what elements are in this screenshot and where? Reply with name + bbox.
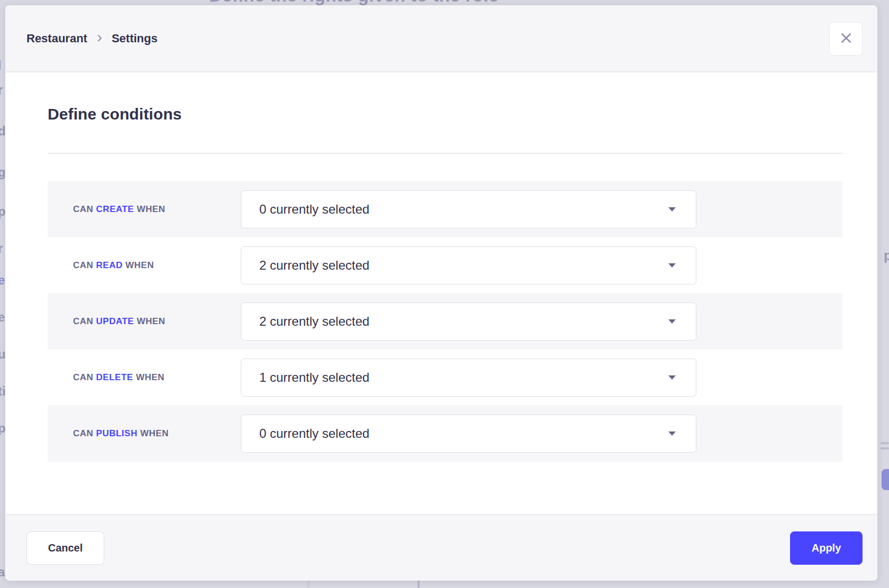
backdrop-heading-fragment: Define the rights given to the role xyxy=(209,0,685,5)
modal-body: Define conditions CAN CREATE WHEN 0 curr… xyxy=(5,72,877,514)
condition-label-publish: CAN PUBLISH WHEN xyxy=(48,428,169,439)
condition-label-create: CAN CREATE WHEN xyxy=(48,204,165,215)
action-name-delete: DELETE xyxy=(96,372,133,382)
condition-row-read: CAN READ WHEN 2 currently selected xyxy=(48,237,842,293)
apply-button[interactable]: Apply xyxy=(790,531,863,565)
condition-label-update: CAN UPDATE WHEN xyxy=(48,316,165,327)
select-value: 2 currently selected xyxy=(259,258,369,273)
breadcrumb-item-settings: Settings xyxy=(112,32,158,45)
breadcrumb: Restaurant › Settings xyxy=(26,31,158,46)
delete-conditions-select[interactable]: 1 currently selected xyxy=(241,359,696,397)
cancel-button[interactable]: Cancel xyxy=(26,531,104,565)
define-conditions-modal: Restaurant › Settings Define conditions … xyxy=(5,5,877,581)
condition-row-publish: CAN PUBLISH WHEN 0 currently selected xyxy=(48,406,842,462)
action-name-create: CREATE xyxy=(96,204,134,214)
update-conditions-select[interactable]: 2 currently selected xyxy=(241,302,696,341)
divider xyxy=(48,153,842,154)
publish-conditions-select[interactable]: 0 currently selected xyxy=(241,415,696,453)
action-name-update: UPDATE xyxy=(96,316,134,326)
page-title: Define conditions xyxy=(48,105,842,123)
condition-row-delete: CAN DELETE WHEN 1 currently selected xyxy=(48,350,842,406)
chevron-down-icon xyxy=(668,319,676,324)
read-conditions-select[interactable]: 2 currently selected xyxy=(241,246,696,284)
backdrop-grid-line xyxy=(307,581,310,588)
chevron-down-icon xyxy=(668,375,676,380)
chevron-down-icon xyxy=(668,207,676,212)
breadcrumb-item-restaurant: Restaurant xyxy=(26,32,87,45)
action-name-publish: PUBLISH xyxy=(96,428,138,438)
chevron-down-icon xyxy=(668,431,676,436)
condition-label-delete: CAN DELETE WHEN xyxy=(48,372,165,383)
modal-footer: Cancel Apply xyxy=(5,514,877,581)
backdrop-text-fragment: e xyxy=(0,274,5,287)
action-name-read: READ xyxy=(96,260,123,270)
condition-row-update: CAN UPDATE WHEN 2 currently selected xyxy=(48,293,842,350)
backdrop-text-fragment: l xyxy=(0,59,2,72)
backdrop-grid-line xyxy=(418,581,420,588)
conditions-list: CAN CREATE WHEN 0 currently selected CAN… xyxy=(48,181,842,462)
chevron-right-icon: › xyxy=(97,31,102,46)
condition-label-read: CAN READ WHEN xyxy=(48,260,154,271)
select-value: 0 currently selected xyxy=(259,202,369,217)
backdrop-text-fragment: a xyxy=(0,566,5,578)
select-value: 1 currently selected xyxy=(259,370,369,385)
create-conditions-select[interactable]: 0 currently selected xyxy=(241,190,696,228)
backdrop-text-fragment: r xyxy=(0,84,3,96)
select-value: 2 currently selected xyxy=(259,314,369,329)
chevron-down-icon xyxy=(668,263,676,268)
close-button[interactable] xyxy=(829,22,863,56)
modal-header: Restaurant › Settings xyxy=(5,5,877,72)
backdrop-table-lines xyxy=(881,442,889,453)
condition-row-create: CAN CREATE WHEN 0 currently selected xyxy=(48,181,842,237)
select-value: 0 currently selected xyxy=(259,426,369,441)
backdrop-text-fragment: p xyxy=(884,247,889,264)
close-icon xyxy=(839,31,854,47)
backdrop-toggle-fragment xyxy=(882,469,889,490)
backdrop-text-fragment: r xyxy=(0,242,3,255)
